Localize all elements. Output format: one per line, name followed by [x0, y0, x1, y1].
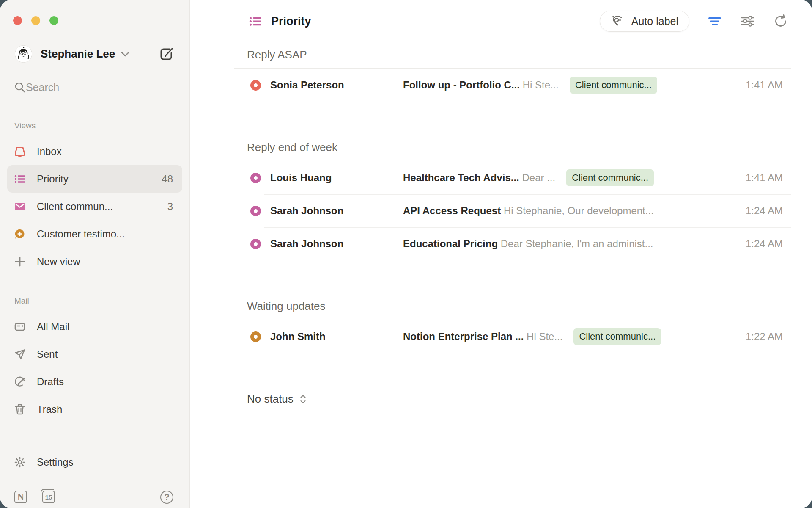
- chevron-down-icon[interactable]: [121, 52, 129, 57]
- priority-list-icon: [14, 173, 26, 185]
- sidebar: Stephanie Lee Search Views: [0, 0, 190, 508]
- no-status-toggle[interactable]: No status: [234, 392, 791, 414]
- mail-items: All Mail Sent: [0, 313, 189, 423]
- notion-letter: N: [17, 491, 24, 502]
- email-preview: Hi Stephanie, Our development...: [504, 205, 654, 216]
- refresh-icon[interactable]: [773, 14, 788, 29]
- search-input[interactable]: Search: [7, 77, 182, 97]
- status-dot-icon[interactable]: [250, 80, 261, 91]
- email-subject: Notion Enterprise Plan ...: [403, 331, 524, 342]
- filter-icon[interactable]: [707, 14, 722, 29]
- email-list: Reply ASAP Sonia Peterson Follow up - Po…: [190, 42, 812, 414]
- sidebar-item-customer-testimonials[interactable]: Customer testimo...: [7, 220, 182, 248]
- sidebar-item-drafts[interactable]: Drafts: [7, 368, 182, 395]
- sidebar-item-sent[interactable]: Sent: [7, 340, 182, 368]
- notion-calendar-icon[interactable]: 15: [42, 491, 55, 503]
- status-dot-icon[interactable]: [250, 331, 261, 342]
- email-preview: Hi Ste...: [523, 79, 559, 91]
- minimize-window-button[interactable]: [31, 16, 40, 25]
- help-icon[interactable]: ?: [160, 491, 173, 504]
- label-chip[interactable]: Client communic...: [573, 328, 661, 345]
- email-subject: Healthcare Tech Advis...: [403, 172, 519, 183]
- sidebar-item-label: Inbox: [37, 146, 62, 157]
- help-glyph: ?: [164, 492, 169, 502]
- email-time: 1:41 AM: [728, 172, 791, 184]
- bottom-icon-bar: N 15 ?: [14, 489, 173, 505]
- section-title: Waiting updates: [234, 300, 791, 320]
- compose-icon[interactable]: [158, 46, 175, 63]
- window-controls: [0, 0, 189, 25]
- no-status-label: No status: [247, 392, 294, 406]
- sidebar-item-settings[interactable]: Settings: [7, 448, 182, 476]
- unread-count: 3: [167, 201, 173, 213]
- app-window: Stephanie Lee Search Views: [0, 0, 812, 508]
- email-preview: Hi Ste...: [527, 331, 562, 342]
- email-row[interactable]: Sonia Peterson Follow up - Portfolio C..…: [234, 69, 791, 102]
- inbox-icon: [14, 146, 26, 157]
- main-panel: Priority Auto label: [190, 0, 812, 508]
- section-reply-asap: Reply ASAP Sonia Peterson Follow up - Po…: [234, 48, 791, 102]
- sidebar-item-label: Trash: [37, 403, 62, 415]
- email-row[interactable]: Sarah Johnson Educational Pricing Dear S…: [234, 227, 791, 260]
- chevron-updown-icon: [299, 394, 307, 404]
- chat-plus-icon: [14, 228, 26, 240]
- email-subject: API Access Request: [403, 205, 501, 216]
- email-content: Notion Enterprise Plan ... Hi Ste...: [403, 331, 562, 342]
- email-time: 1:41 AM: [728, 79, 791, 91]
- auto-label-wand-icon: [611, 14, 625, 28]
- priority-list-icon: [249, 15, 262, 28]
- user-name: Stephanie Lee: [41, 47, 115, 61]
- label-chip[interactable]: Client communic...: [570, 77, 657, 94]
- auto-label-button[interactable]: Auto label: [600, 11, 689, 32]
- email-row[interactable]: Sarah Johnson API Access Request Hi Step…: [234, 194, 791, 227]
- auto-label-label: Auto label: [631, 15, 678, 28]
- email-row[interactable]: Louis Huang Healthcare Tech Advis... Dea…: [234, 161, 791, 194]
- mail-group-label: Mail: [14, 296, 189, 306]
- sidebar-item-inbox[interactable]: Inbox: [7, 138, 182, 165]
- email-content: Healthcare Tech Advis... Dear ...: [403, 172, 555, 184]
- search-placeholder: Search: [26, 81, 59, 94]
- main-header: Priority Auto label: [190, 0, 812, 42]
- email-sender: John Smith: [270, 331, 403, 342]
- sidebar-item-label: Client commun...: [37, 201, 113, 213]
- section-waiting-updates: Waiting updates John Smith Notion Enterp…: [234, 300, 791, 353]
- email-preview: Dear ...: [522, 172, 555, 183]
- account-switcher[interactable]: Stephanie Lee: [15, 45, 175, 63]
- sidebar-item-label: Priority: [37, 173, 69, 185]
- send-icon: [14, 348, 26, 360]
- email-content: Educational Pricing Dear Stephanie, I'm …: [403, 238, 653, 250]
- email-subject: Educational Pricing: [403, 238, 498, 249]
- sliders-icon[interactable]: [740, 14, 755, 29]
- sidebar-item-client-communication[interactable]: Client commun... 3: [7, 193, 182, 220]
- section-title: Reply ASAP: [234, 48, 791, 69]
- envelope-icon: [14, 201, 26, 213]
- email-sender: Sarah Johnson: [270, 205, 403, 217]
- avatar: [15, 45, 32, 63]
- email-time: 1:24 AM: [728, 238, 791, 250]
- zoom-window-button[interactable]: [49, 16, 58, 25]
- sidebar-item-priority[interactable]: Priority 48: [7, 165, 182, 193]
- all-mail-icon: [14, 321, 26, 333]
- sidebar-item-label: All Mail: [37, 321, 69, 333]
- label-chip[interactable]: Client communic...: [566, 169, 654, 186]
- status-dot-icon[interactable]: [250, 239, 261, 249]
- email-sender: Louis Huang: [270, 172, 403, 184]
- plus-icon: [14, 256, 26, 268]
- section-title: Reply end of week: [234, 141, 791, 161]
- sidebar-item-new-view[interactable]: New view: [7, 248, 182, 275]
- sidebar-item-trash[interactable]: Trash: [7, 395, 182, 423]
- views-items: Inbox Priority 48: [0, 138, 189, 275]
- gear-icon: [14, 456, 26, 468]
- sidebar-item-all-mail[interactable]: All Mail: [7, 313, 182, 340]
- status-dot-icon[interactable]: [250, 206, 261, 216]
- notion-app-icon[interactable]: N: [14, 491, 27, 503]
- sidebar-item-label: Sent: [37, 348, 58, 360]
- sidebar-item-label: Customer testimo...: [37, 228, 125, 240]
- email-preview: Dear Stephanie, I'm an administ...: [501, 238, 653, 249]
- email-time: 1:24 AM: [728, 205, 791, 217]
- close-window-button[interactable]: [13, 16, 22, 25]
- email-row[interactable]: John Smith Notion Enterprise Plan ... Hi…: [234, 320, 791, 353]
- views-group-label: Views: [14, 121, 189, 130]
- status-dot-icon[interactable]: [250, 173, 261, 183]
- calendar-date: 15: [45, 494, 52, 501]
